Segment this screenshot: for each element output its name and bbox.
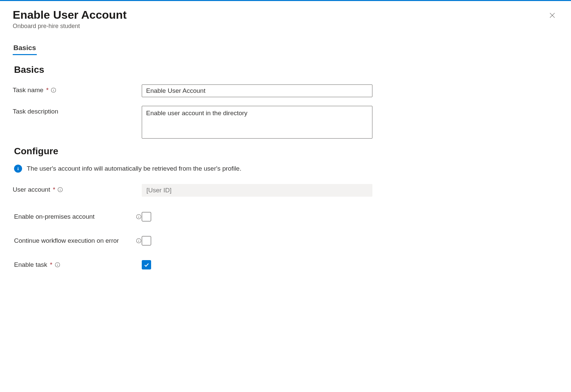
page-title: Enable User Account (13, 8, 558, 21)
task-description-input[interactable]: Enable user account in the directory (142, 106, 372, 139)
info-banner: The user's account info will automatical… (14, 165, 558, 173)
page-container: Enable User Account Onboard pre-hire stu… (0, 1, 571, 298)
label-task-name-text: Task name (13, 86, 43, 94)
required-star: * (50, 261, 52, 268)
user-account-field (142, 184, 372, 197)
info-banner-text: The user's account info will automatical… (27, 165, 241, 172)
required-star: * (46, 86, 48, 94)
info-icon[interactable] (57, 187, 63, 193)
row-enable-onprem: Enable on-premises account (14, 212, 558, 221)
info-icon[interactable] (54, 262, 61, 268)
svg-point-9 (60, 188, 61, 189)
row-enable-task: Enable task * (14, 260, 558, 269)
checkbox-enable-onprem[interactable] (142, 212, 151, 221)
info-banner-icon (14, 165, 22, 173)
page-subtitle: Onboard pre-hire student (13, 23, 558, 30)
info-icon[interactable] (136, 238, 142, 244)
section-heading-basics: Basics (14, 64, 558, 75)
svg-point-18 (57, 263, 58, 264)
checkbox-enable-task[interactable] (142, 260, 151, 269)
close-icon (549, 12, 556, 20)
label-user-account-text: User account (13, 186, 50, 193)
row-task-description: Task description Enable user account in … (13, 106, 558, 140)
required-star: * (53, 186, 55, 193)
label-task-description-text: Task description (13, 108, 58, 115)
checkbox-continue-on-error[interactable] (142, 236, 151, 245)
label-enable-task-text: Enable task (14, 261, 47, 268)
row-task-name: Task name * (13, 84, 558, 97)
row-continue-on-error: Continue workflow execution on error (14, 236, 558, 245)
tab-basics[interactable]: Basics (13, 42, 37, 55)
label-task-name: Task name * (13, 84, 142, 94)
label-task-description: Task description (13, 106, 142, 115)
svg-point-5 (18, 167, 18, 168)
svg-rect-6 (18, 168, 18, 170)
info-icon[interactable] (136, 214, 142, 220)
label-enable-onprem-text: Enable on-premises account (14, 213, 134, 220)
info-icon[interactable] (50, 87, 56, 93)
task-name-input[interactable] (142, 84, 372, 97)
svg-point-12 (138, 215, 139, 216)
close-button[interactable] (547, 10, 558, 21)
section-heading-configure: Configure (14, 146, 558, 157)
row-user-account: User account * (13, 184, 558, 197)
svg-point-4 (53, 89, 54, 89)
svg-point-15 (138, 239, 139, 240)
label-continue-on-error-text: Continue workflow execution on error (14, 237, 134, 244)
label-user-account: User account * (13, 184, 142, 193)
tab-bar: Basics (13, 42, 558, 55)
